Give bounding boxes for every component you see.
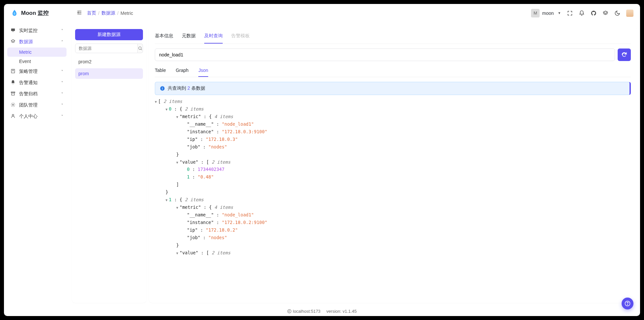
json-line[interactable]: "__name__" : "node_load1" <box>155 120 631 128</box>
copyright-icon <box>287 309 292 313</box>
collapse-menu-icon[interactable] <box>76 10 82 16</box>
sidebar-subitem-1[interactable]: Event <box>7 57 67 66</box>
tab[interactable]: 元数据 <box>182 30 196 44</box>
json-line[interactable]: } <box>155 241 631 249</box>
svg-rect-5 <box>13 31 14 32</box>
json-line[interactable]: ▼[ 2 items <box>155 98 631 105</box>
chevron-down-icon: ˅ <box>61 29 63 33</box>
json-line[interactable]: 1 : "0.48" <box>155 173 631 181</box>
sidebar-item-4[interactable]: 告警归档˅ <box>7 88 67 100</box>
svg-line-16 <box>141 49 142 50</box>
json-line[interactable]: "instance" : "172.18.0.2:9100" <box>155 219 631 226</box>
topbar: Moon 监控 首页 / 数据源 / Metric M moon ▼ <box>4 4 640 22</box>
github-icon[interactable] <box>591 10 597 16</box>
layers-icon[interactable] <box>602 10 608 16</box>
json-line[interactable]: ▼"metric" : { 4 items <box>155 204 631 211</box>
chevron-down-icon: ˅ <box>61 92 63 96</box>
json-line[interactable]: ▼1 : { 2 items <box>155 196 631 204</box>
sidenav: 实时监控˅数据源˄MetricEvent策略管理˅告警通知˅告警归档˅团队管理˅… <box>4 22 70 306</box>
sidebar-item-6[interactable]: 个人中心˅ <box>7 111 67 122</box>
tab: 告警模板 <box>231 30 250 44</box>
svg-point-22 <box>627 304 628 305</box>
footer-host: localhost:5173 <box>293 309 321 314</box>
tab[interactable]: 及时查询 <box>204 30 223 44</box>
avatar[interactable] <box>626 10 633 17</box>
json-line[interactable]: "__name__" : "node_load1" <box>155 211 631 219</box>
breadcrumb: 首页 / 数据源 / Metric <box>87 10 133 16</box>
datasource-item[interactable]: prom2 <box>75 56 143 67</box>
json-line[interactable]: ] <box>155 181 631 188</box>
result-alert: 共查询到 2 条数据 <box>155 82 631 95</box>
json-line[interactable]: ▼"value" : [ 2 items <box>155 249 631 257</box>
svg-rect-4 <box>11 29 15 31</box>
json-line[interactable]: ▼0 : { 2 items <box>155 105 631 113</box>
json-line[interactable]: ▼"metric" : { 4 items <box>155 113 631 120</box>
result-tabs: TableGraphJson <box>155 66 631 77</box>
sidebar-item-label: 个人中心 <box>19 113 38 119</box>
gear-icon <box>11 102 16 108</box>
monitor-icon <box>11 28 16 34</box>
json-line[interactable]: "ip" : "172.18.0.2" <box>155 226 631 234</box>
datasource-item[interactable]: prom <box>75 68 143 79</box>
json-line[interactable]: } <box>155 151 631 158</box>
subtab[interactable]: Json <box>198 66 208 77</box>
refresh-button[interactable] <box>618 48 631 61</box>
chevron-down-icon: ˅ <box>61 70 63 74</box>
chevron-down-icon: ˅ <box>61 81 63 85</box>
sidebar-item-label: 数据源 <box>19 39 33 45</box>
alert-count: 2 <box>187 85 190 91</box>
search-button[interactable] <box>138 44 143 53</box>
json-line[interactable]: 0 : 1734402347 <box>155 166 631 173</box>
moon-icon[interactable] <box>614 10 620 16</box>
breadcrumb-sep: / <box>98 11 99 16</box>
svg-rect-11 <box>12 93 14 95</box>
json-line[interactable]: "job" : "nodes" <box>155 234 631 241</box>
alert-suffix: 条数据 <box>190 85 205 91</box>
svg-point-13 <box>13 104 14 106</box>
sidebar-item-1[interactable]: 数据源˄ <box>7 36 67 48</box>
breadcrumb-ds[interactable]: 数据源 <box>101 10 115 16</box>
breadcrumb-sep: / <box>117 11 119 16</box>
sidebar-item-label: 告警通知 <box>19 80 38 86</box>
breadcrumb-home[interactable]: 首页 <box>87 10 96 16</box>
sidebar-subitem-0[interactable]: Metric <box>7 48 67 57</box>
json-line[interactable]: "job" : "nodes" <box>155 143 631 151</box>
footer: localhost:5173 version: v1.1.45 <box>4 306 640 316</box>
bell-icon[interactable] <box>579 10 585 16</box>
copyright: localhost:5173 <box>287 309 320 314</box>
book-icon <box>11 69 16 75</box>
datasource-panel: 新建数据源 prom2prom <box>72 26 146 303</box>
datasource-search-input[interactable] <box>75 44 138 53</box>
logo[interactable]: Moon 监控 <box>11 9 76 17</box>
sidebar-item-0[interactable]: 实时监控˅ <box>7 25 67 36</box>
refresh-icon <box>621 52 627 58</box>
chevron-down-icon: ˅ <box>61 114 63 119</box>
main: 基本信息元数据及时查询告警模板 TableGraphJson 共查询到 2 条数… <box>149 26 637 303</box>
sidebar-item-3[interactable]: 告警通知˅ <box>7 77 67 88</box>
user-name: moon <box>542 11 554 16</box>
json-line[interactable]: "instance" : "172.18.0.3:9100" <box>155 128 631 136</box>
svg-point-20 <box>288 309 291 313</box>
subtab[interactable]: Table <box>155 66 166 77</box>
chevron-down-icon: ▼ <box>558 11 561 15</box>
search-icon <box>138 46 143 51</box>
subtab[interactable]: Graph <box>176 66 188 77</box>
sidebar-item-label: 团队管理 <box>19 102 38 108</box>
query-input[interactable] <box>155 48 615 61</box>
sidebar-item-2[interactable]: 策略管理˅ <box>7 66 67 77</box>
user-menu[interactable]: M moon ▼ <box>531 9 561 17</box>
json-line[interactable]: "ip" : "172.18.0.3" <box>155 136 631 143</box>
new-datasource-button[interactable]: 新建数据源 <box>75 29 143 40</box>
svg-point-14 <box>12 114 14 116</box>
tab[interactable]: 基本信息 <box>155 30 173 44</box>
svg-rect-18 <box>162 88 162 90</box>
json-viewer[interactable]: ▼[ 2 items ▼0 : { 2 items ▼"metric" : { … <box>155 98 631 298</box>
sidebar-item-5[interactable]: 团队管理˅ <box>7 100 67 111</box>
help-fab[interactable] <box>622 298 633 309</box>
chevron-down-icon: ˅ <box>61 103 63 108</box>
sidebar-item-label: 实时监控 <box>19 28 38 34</box>
footer-version: version: v1.1.45 <box>326 309 357 314</box>
json-line[interactable]: } <box>155 188 631 196</box>
fullscreen-icon[interactable] <box>567 10 573 16</box>
json-line[interactable]: ▼"value" : [ 2 items <box>155 158 631 166</box>
